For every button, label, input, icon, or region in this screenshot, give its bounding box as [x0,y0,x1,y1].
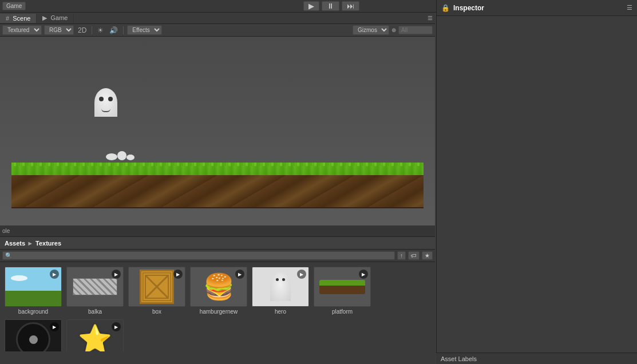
gizmos-search-input[interactable] [398,26,433,34]
game-object-btn[interactable]: Game [2,2,26,10]
ghost-eyes [99,97,113,101]
ghost-eye-left [99,97,104,101]
game-tab-icon: ▶ [42,14,47,21]
platform-object [11,163,424,208]
scene-background [0,37,435,225]
asset-thumb-hero: ▶ [252,267,309,307]
panel-options-icon[interactable]: ☰ [425,15,435,21]
console-bar: ole [0,225,435,237]
asset-item-platform[interactable]: ▶ platform [314,267,371,315]
search-icon: ⊕ [391,27,396,33]
hero-preview [270,272,291,301]
console-label: ole [2,228,10,234]
asset-label-balka: balka [88,308,102,315]
play-overlay-hamburger[interactable]: ▶ [235,270,244,279]
inspector-content [437,16,637,361]
hero-eye-right [282,278,285,281]
cloud-part-left [106,153,117,160]
asset-item-saw[interactable]: ▶ saw 1 [5,319,62,351]
platform-dirt [11,175,424,208]
play-overlay-background[interactable]: ▶ [50,270,59,279]
asset-label-hamburger: hamburgernew [200,308,238,315]
tag-btn[interactable]: 🏷 [408,251,420,260]
asset-item-box[interactable]: ▶ box [128,267,185,315]
asset-item-hero[interactable]: ▶ hero [252,267,309,315]
burger-preview: 🍔 [203,272,235,302]
scene-viewport [0,37,435,225]
audio-icon[interactable]: 🔊 [108,26,120,34]
play-overlay-hero[interactable]: ▶ [297,270,306,279]
scene-tab-icon: # [6,15,9,22]
asset-thumb-background: ▶ [5,267,62,307]
bg-ground [5,295,61,306]
asset-labels-text: Asset Labels [441,355,477,362]
asset-thumb-platform: ▶ [314,267,371,307]
tab-scene[interactable]: # Scene [0,14,37,23]
hero-eye-left [276,278,279,281]
cloud-part-right [126,155,134,160]
effects-dropdown[interactable]: Effects [127,25,162,35]
platform-preview [319,280,365,294]
saw-center [29,335,38,344]
platform-grass [11,163,424,175]
breadcrumb-folder: Textures [35,240,61,247]
sun-icon[interactable]: ☀ [96,26,105,34]
asset-item-hamburger[interactable]: 🍔 ▶ hamburgernew [190,267,247,315]
inspector-panel: 🔒 Inspector ☰ [436,0,637,361]
textured-dropdown[interactable]: Textured [2,25,42,35]
hero-preview-eyes [276,278,285,281]
asset-thumb-balka: ▶ [66,267,124,307]
tab-scene-label: Scene [13,15,30,22]
asset-labels-bar: Asset Labels [436,353,637,364]
play-overlay-saw[interactable]: ▶ [50,322,59,331]
cloud-object [106,151,134,160]
asset-item-star[interactable]: ⭐ ▶ [66,319,124,351]
inspector-header: 🔒 Inspector ☰ [437,0,637,16]
inspector-title: Inspector [453,4,484,12]
inspector-menu-icon[interactable]: ☰ [627,4,632,11]
play-overlay-platform[interactable]: ▶ [359,270,368,279]
rgb-dropdown[interactable]: RGB [44,25,74,35]
tab-game-label: Game [50,14,68,21]
tab-game[interactable]: ▶ Game [37,13,74,23]
breadcrumb-root: Assets ► [5,240,33,247]
refresh-btn[interactable]: ↑ [397,251,406,260]
asset-label-box: box [152,308,161,315]
2d-button[interactable]: 2D [76,26,88,34]
separator-2 [123,26,124,34]
separator-1 [92,26,92,34]
asset-thumb-box: ▶ [128,267,185,307]
asset-search-input[interactable] [2,251,395,260]
search-row: ↑ 🏷 ★ [0,250,435,262]
pause-button[interactable]: ⏸ [322,1,339,11]
assets-bar: Assets ► Textures [0,237,435,250]
asset-thumb-hamburger: 🍔 ▶ [190,267,247,307]
bg-cloud1 [11,275,27,281]
asset-item-balka[interactable]: ▶ balka [66,267,124,315]
ghost-eye-right [108,97,113,101]
play-button[interactable]: ▶ [303,1,319,11]
asset-item-background[interactable]: ▶ background [5,267,62,315]
platform-body [11,163,424,208]
asset-label-platform: platform [332,308,353,315]
ghost-character [94,88,120,125]
asset-label-hero: hero [275,308,286,315]
step-button[interactable]: ⏭ [342,1,359,11]
favorite-btn[interactable]: ★ [422,251,433,260]
box-svg [143,272,171,301]
lock-icon[interactable]: 🔒 [441,4,450,12]
star-preview: ⭐ [78,323,112,351]
ghost-body [94,88,117,117]
saw-preview [16,322,50,351]
play-overlay-balka[interactable]: ▶ [112,270,121,279]
tabs-row: # Scene ▶ Game ☰ [0,13,435,24]
play-overlay-star[interactable]: ▶ [112,322,121,331]
ghost-mouth [101,109,110,112]
asset-grid: ▶ background ▶ balka [0,262,435,351]
asset-thumb-star: ⭐ ▶ [66,319,124,351]
play-overlay-box[interactable]: ▶ [173,270,183,279]
asset-thumb-saw: ▶ [5,319,62,351]
play-controls: ▶ ⏸ ⏭ [303,1,359,11]
gizmos-dropdown[interactable]: Gizmos [353,25,389,35]
cloud-part-center [117,151,126,160]
